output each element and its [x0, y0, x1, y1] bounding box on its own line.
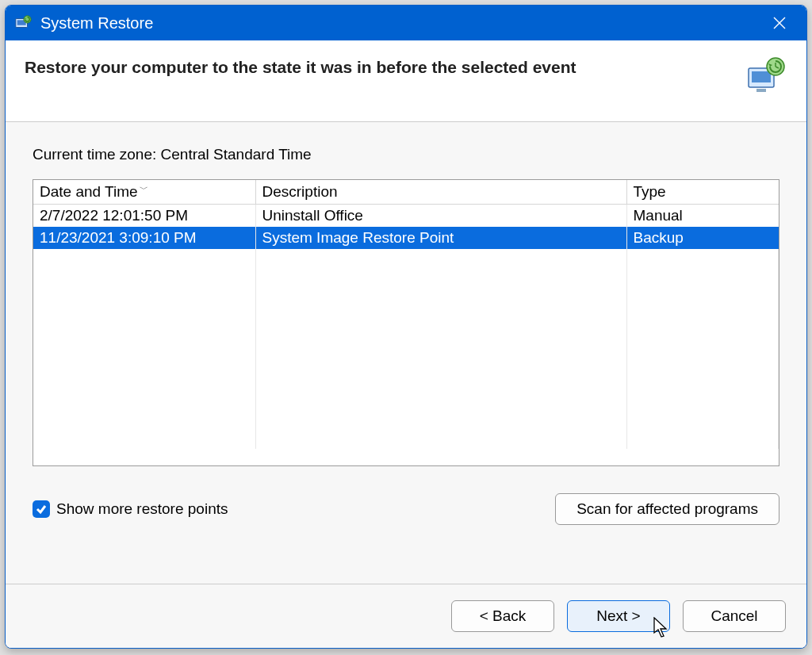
header-area: Restore your computer to the state it wa…: [6, 40, 806, 122]
page-heading: Restore your computer to the state it wa…: [25, 55, 745, 98]
table-row: [33, 316, 779, 338]
svg-rect-6: [752, 71, 771, 82]
svg-rect-7: [756, 89, 766, 92]
body-area: Current time zone: Central Standard Time…: [6, 122, 806, 584]
scan-affected-button[interactable]: Scan for affected programs: [555, 493, 779, 525]
table-row: [33, 293, 779, 316]
col-date-label: Date and Time: [40, 183, 138, 200]
close-button[interactable]: [760, 6, 799, 40]
col-type[interactable]: Type: [626, 180, 779, 205]
table-row: [33, 382, 779, 404]
timezone-label: Current time zone: Central Standard Time: [33, 146, 779, 163]
show-more-checkbox[interactable]: [33, 500, 50, 518]
table-header-row[interactable]: Date and Time﹀ Description Type: [33, 180, 779, 205]
cell-desc: System Image Restore Point: [255, 227, 626, 249]
close-icon: [772, 16, 787, 30]
system-restore-window: System Restore Restore your computer to …: [5, 5, 807, 649]
wizard-footer: < Back Next > Cancel: [6, 584, 806, 648]
below-table-row: Show more restore points Scan for affect…: [33, 493, 779, 525]
col-description-label: Description: [262, 183, 338, 200]
col-type-label: Type: [634, 183, 666, 200]
table-row: [33, 360, 779, 382]
col-date[interactable]: Date and Time﹀: [33, 180, 255, 205]
table-row: [33, 249, 779, 271]
cell-type: Manual: [626, 205, 779, 228]
cell-date: 11/23/2021 3:09:10 PM: [33, 227, 255, 249]
check-icon: [36, 504, 47, 515]
sort-descending-icon: ﹀: [140, 184, 148, 193]
restore-points-table[interactable]: Date and Time﹀ Description Type 2/7/2022…: [33, 179, 779, 466]
table-row: [33, 427, 779, 449]
cell-date: 2/7/2022 12:01:50 PM: [33, 205, 255, 228]
cell-desc: Uninstall Office: [255, 205, 626, 228]
next-button[interactable]: Next >: [567, 600, 670, 632]
table-row[interactable]: 11/23/2021 3:09:10 PMSystem Image Restor…: [33, 227, 779, 249]
table-row: [33, 271, 779, 293]
window-title: System Restore: [40, 14, 760, 33]
cell-type: Backup: [626, 227, 779, 249]
titlebar: System Restore: [6, 6, 806, 40]
table-row[interactable]: 2/7/2022 12:01:50 PMUninstall OfficeManu…: [33, 205, 779, 228]
back-button[interactable]: < Back: [451, 600, 554, 632]
cancel-button[interactable]: Cancel: [683, 600, 786, 632]
table-row: [33, 338, 779, 360]
show-more-label: Show more restore points: [56, 500, 228, 518]
table-row: [33, 404, 779, 427]
system-restore-icon: [13, 13, 33, 33]
restore-header-icon: [745, 55, 787, 98]
col-description[interactable]: Description: [255, 180, 626, 205]
